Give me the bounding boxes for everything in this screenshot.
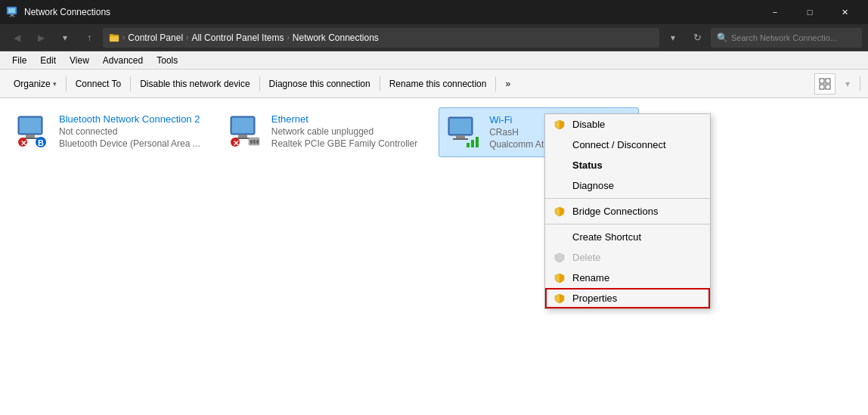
bluetooth-name: Bluetooth Network Connection 2 xyxy=(59,113,200,125)
menu-bar: File Edit View Advanced Tools xyxy=(0,51,868,70)
ctx-diagnose-label: Diagnose xyxy=(572,180,614,191)
ctx-status-label: Status xyxy=(572,159,603,171)
svg-rect-3 xyxy=(9,16,15,17)
svg-text:B: B xyxy=(38,138,44,147)
diagnose-connection-button[interactable]: Diagnose this connection xyxy=(262,70,378,98)
ctx-properties-label: Properties xyxy=(572,293,617,304)
breadcrumb-control-panel[interactable]: Control Panel xyxy=(128,33,183,43)
ctx-sep-2 xyxy=(545,224,710,225)
svg-rect-6 xyxy=(110,34,113,36)
up-button[interactable]: ↑ xyxy=(79,27,100,48)
toolbar-separator-3 xyxy=(259,76,260,91)
breadcrumb-sep: › xyxy=(122,33,125,42)
ctx-properties[interactable]: Properties xyxy=(545,288,710,308)
menu-view[interactable]: View xyxy=(64,54,95,67)
search-icon: 🔍 xyxy=(717,33,728,43)
ctx-bridge-label: Bridge Connections xyxy=(572,206,658,217)
menu-advanced[interactable]: Advanced xyxy=(97,54,149,67)
svg-rect-9 xyxy=(820,85,824,89)
svg-rect-31 xyxy=(456,135,465,138)
ctx-create-shortcut[interactable]: Create Shortcut xyxy=(545,227,710,247)
menu-tools[interactable]: Tools xyxy=(150,54,184,67)
window-title: Network Connections xyxy=(24,7,758,17)
shield-disable-icon xyxy=(553,118,566,132)
svg-rect-2 xyxy=(11,14,14,16)
dropdown-button[interactable]: ▾ xyxy=(662,27,684,48)
disable-network-device-button[interactable]: Disable this network device xyxy=(132,70,257,98)
search-box[interactable]: 🔍 Search Network Connectio... xyxy=(711,28,862,48)
svg-rect-30 xyxy=(450,119,471,134)
svg-rect-5 xyxy=(110,36,119,42)
title-bar: Network Connections − □ ✕ xyxy=(0,0,868,24)
svg-rect-13 xyxy=(26,135,35,138)
shield-bridge-icon xyxy=(553,205,566,218)
view-dropdown-button[interactable]: ▾ xyxy=(837,73,858,94)
bluetooth-icon: ✕ B xyxy=(15,113,51,150)
ctx-disable[interactable]: Disable xyxy=(545,114,710,135)
svg-rect-32 xyxy=(453,138,468,140)
address-bar: ◀ ▶ ▾ ↑ › Control Panel › All Control Pa… xyxy=(0,24,868,51)
svg-rect-35 xyxy=(476,137,479,147)
ctx-connect-disconnect[interactable]: Connect / Disconnect xyxy=(545,135,710,155)
ctx-rename[interactable]: Rename xyxy=(545,268,710,288)
refresh-button[interactable]: ↻ xyxy=(687,27,708,48)
maximize-button[interactable]: □ xyxy=(792,0,827,24)
svg-rect-21 xyxy=(238,135,247,138)
ethernet-device: Realtek PCIe GBE Family Controller xyxy=(271,138,417,149)
ctx-create-shortcut-label: Create Shortcut xyxy=(572,231,641,243)
ctx-connect-disconnect-label: Connect / Disconnect xyxy=(572,139,666,150)
ctx-delete-label: Delete xyxy=(572,252,601,263)
search-placeholder: Search Network Connectio... xyxy=(731,33,837,42)
wifi-icon xyxy=(445,114,482,150)
ctx-status[interactable]: Status xyxy=(545,155,710,175)
ctx-disable-label: Disable xyxy=(572,119,605,130)
breadcrumb-sep2: › xyxy=(186,33,188,42)
more-button[interactable]: » xyxy=(498,70,518,98)
ctx-diagnose[interactable]: Diagnose xyxy=(545,175,710,196)
app-icon xyxy=(6,6,18,18)
ctx-delete[interactable]: Delete xyxy=(545,247,710,268)
svg-rect-28 xyxy=(256,140,259,144)
toolbar-separator-1 xyxy=(66,76,67,91)
svg-rect-8 xyxy=(826,79,830,83)
address-path[interactable]: › Control Panel › All Control Panel Item… xyxy=(103,28,659,48)
svg-text:✕: ✕ xyxy=(20,139,26,147)
ctx-sep-1 xyxy=(545,198,710,199)
window-controls: − □ ✕ xyxy=(758,0,862,24)
ethernet-name: Ethernet xyxy=(271,113,417,125)
recent-locations-button[interactable]: ▾ xyxy=(54,27,76,48)
bluetooth-device: Bluetooth Device (Personal Area ... xyxy=(59,138,200,149)
ctx-bridge[interactable]: Bridge Connections xyxy=(545,201,710,221)
menu-file[interactable]: File xyxy=(6,54,33,67)
shield-rename-icon xyxy=(553,271,566,285)
ctx-rename-label: Rename xyxy=(572,272,609,283)
folder-icon xyxy=(109,33,119,43)
close-button[interactable]: ✕ xyxy=(827,0,862,24)
svg-rect-1 xyxy=(8,8,15,13)
organize-button[interactable]: Organize ▾ xyxy=(6,70,64,98)
svg-text:✕: ✕ xyxy=(233,139,239,147)
context-menu: Disable Connect / Disconnect Status Diag… xyxy=(544,113,711,309)
toolbar-separator-2 xyxy=(130,76,131,91)
back-button[interactable]: ◀ xyxy=(6,27,27,48)
breadcrumb-network-connections[interactable]: Network Connections xyxy=(293,33,379,43)
svg-rect-20 xyxy=(232,118,253,133)
toolbar-separator-6 xyxy=(860,76,860,91)
connect-to-button[interactable]: Connect To xyxy=(68,70,129,98)
ethernet-info: Ethernet Network cable unplugged Realtek… xyxy=(271,113,417,149)
svg-rect-34 xyxy=(471,140,474,147)
view-options-button[interactable] xyxy=(814,73,835,94)
menu-edit[interactable]: Edit xyxy=(34,54,62,67)
network-item-bluetooth[interactable]: ✕ B Bluetooth Network Connection 2 Not c… xyxy=(9,107,206,156)
svg-rect-33 xyxy=(467,143,470,147)
toolbar-separator-5 xyxy=(495,76,496,91)
svg-rect-27 xyxy=(253,140,256,144)
content-area: ✕ B Bluetooth Network Connection 2 Not c… xyxy=(0,98,868,415)
bluetooth-info: Bluetooth Network Connection 2 Not conne… xyxy=(59,113,200,149)
toolbar-separator-4 xyxy=(380,76,380,91)
minimize-button[interactable]: − xyxy=(758,0,792,24)
forward-button[interactable]: ▶ xyxy=(30,27,51,48)
breadcrumb-all-items[interactable]: All Control Panel Items xyxy=(191,33,284,43)
rename-connection-button[interactable]: Rename this connection xyxy=(382,70,494,98)
network-item-ethernet[interactable]: ✕ Ethernet Network cable unplugged Realt… xyxy=(222,107,423,156)
